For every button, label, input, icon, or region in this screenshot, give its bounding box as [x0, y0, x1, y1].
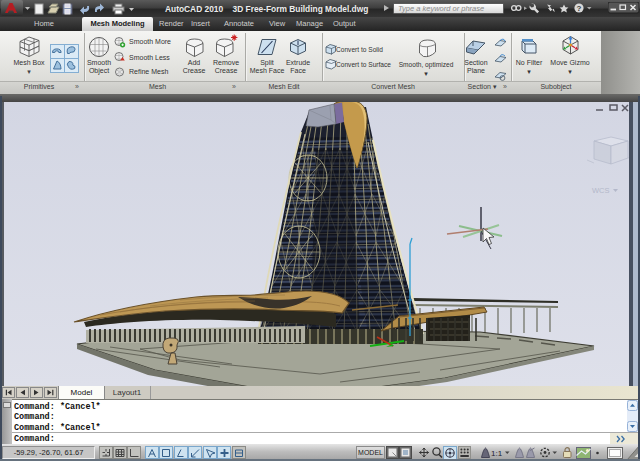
svg-text:1:1: 1:1: [491, 449, 503, 458]
svg-text:?: ?: [577, 4, 582, 13]
svg-text:WCS: WCS: [592, 186, 610, 195]
